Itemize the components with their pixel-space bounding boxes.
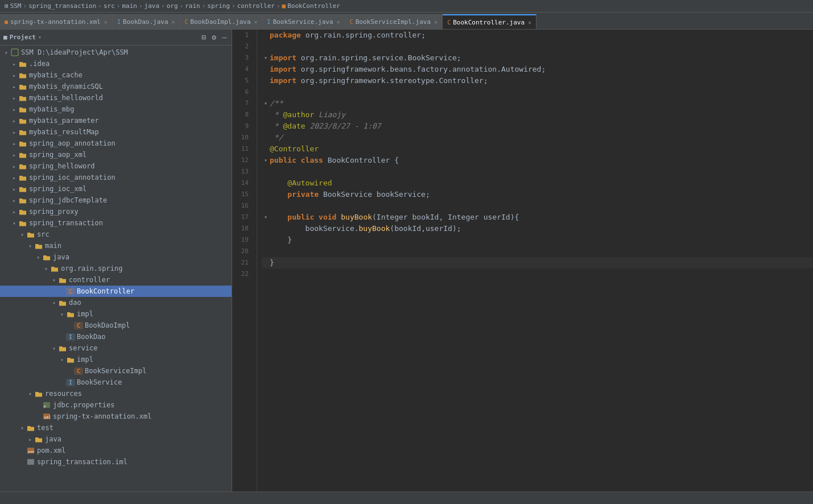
breadcrumb-spring[interactable]: spring [207,2,230,10]
tab-bookdaoimpl[interactable]: C BookDaoImpl.java ✕ [180,14,263,29]
tree-item-spring_jdbctemplate[interactable]: spring_jdbcTemplate [0,195,232,206]
tree-item-org_rain_spring[interactable]: org.rain.spring [0,263,232,274]
tree-item-mybatis_resultmap[interactable]: mybatis_resultMap [0,126,232,138]
breadcrumb-main[interactable]: main [122,2,137,10]
tree-item-controller[interactable]: controller [0,274,232,286]
tab-close-bookdaoimpl[interactable]: ✕ [254,19,258,25]
tree-arrow[interactable] [34,254,42,261]
tree-item-mybatis_helloworld[interactable]: mybatis_helloworld [0,92,232,104]
tree-arrow[interactable] [10,141,18,147]
tab-bookservice[interactable]: I BookService.java ✕ [263,14,345,29]
tree-item-mybatis_dynamicsql[interactable]: mybatis_dynamicSQL [0,81,232,92]
breadcrumb-controller[interactable]: controller [237,2,275,10]
tree-item-mybatis_mbg[interactable]: mybatis_mbg [0,104,232,115]
tree-item-pom_xml[interactable]: pompom.xml [0,445,232,456]
fold-indicator-3[interactable]: ▾ [262,52,270,64]
tab-bookserviceimpl[interactable]: C BookServiceImpl.java ✕ [345,14,443,29]
breadcrumb-rain[interactable]: rain [185,2,200,10]
tree-item-spring_helloword[interactable]: spring_helloword [0,160,232,172]
fold-indicator-12[interactable]: ▾ [262,155,270,166]
tree-item-spring_transaction_iml[interactable]: spring_transaction.iml [0,456,232,468]
tab-close-spring-tx-xml[interactable]: ✕ [104,19,108,25]
tree-item-service[interactable]: service [0,342,232,354]
close-sidebar-icon[interactable]: — [220,32,228,42]
tree-item-ssm[interactable]: SSM D:\ideaProject\Apr\SSM [0,47,232,58]
breadcrumb-org[interactable]: org [167,2,178,10]
tree-arrow[interactable] [26,243,34,249]
tree-item-bookdao_file[interactable]: IBookDao [0,331,232,342]
tree-item-test[interactable]: test [0,422,232,433]
tree-item-impl_service[interactable]: impl [0,354,232,365]
tree-arrow[interactable] [10,209,18,215]
tree-arrow[interactable] [50,345,58,352]
tree-arrow[interactable] [2,49,10,56]
tree-item-idea[interactable]: .idea [0,58,232,69]
collapse-all-icon[interactable]: ⊟ [200,32,208,42]
tree-item-spring_aop_xml[interactable]: spring_aop_xml [0,149,232,160]
tab-close-bookserviceimpl[interactable]: ✕ [434,19,438,25]
fold-indicator-7[interactable]: ▾ [262,98,270,109]
tree-item-label-test_java: java [45,435,61,443]
tree-item-dao[interactable]: dao [0,297,232,308]
tree-item-bookcontroller_file[interactable]: CBookController [0,286,232,297]
chevron-down-icon[interactable]: ▾ [38,34,42,40]
tree-item-mybatis_cache[interactable]: mybatis_cache [0,69,232,81]
code-content[interactable]: package org.rain.spring.controller;▾impo… [257,30,813,491]
tree-item-spring_tx_xml[interactable]: xmlspring-tx-annotation.xml [0,411,232,422]
tree-item-bookserviceimpl_file[interactable]: CBookServiceImpl [0,365,232,377]
tree-item-src[interactable]: src [0,229,232,240]
tab-close-bookservice[interactable]: ✕ [337,19,340,25]
tree-arrow[interactable] [10,186,18,192]
tree-item-bookdaoimpl_file[interactable]: CBookDaoImpl [0,320,232,331]
tab-spring-tx-xml[interactable]: ■ spring-tx-annotation.xml ✕ [0,14,113,29]
tab-bookdao[interactable]: I BookDao.java ✕ [113,14,180,29]
tree-item-spring_proxy[interactable]: spring_proxy [0,206,232,217]
tree-item-spring_ioc_xml[interactable]: spring_ioc_xml [0,183,232,195]
settings-icon[interactable]: ⚙ [210,32,218,42]
tree-arrow[interactable] [10,106,18,113]
fold-indicator-17[interactable]: ▾ [262,212,270,223]
tree-item-java[interactable]: java [0,251,232,263]
tree-arrow[interactable] [10,197,18,204]
tree-item-spring_ioc_annotation[interactable]: spring_ioc_annotation [0,172,232,183]
tree-item-label-spring_jdbctemplate: spring_jdbcTemplate [29,196,107,204]
tree-item-main[interactable]: main [0,240,232,251]
tree-arrow[interactable] [10,129,18,135]
tab-bookcontroller[interactable]: C BookController.java ✕ [443,14,537,29]
tree-item-impl_dao[interactable]: impl [0,308,232,320]
tab-close-bookcontroller[interactable]: ✕ [528,19,531,26]
tree-arrow[interactable] [10,220,18,226]
tree-arrow[interactable] [10,152,18,158]
breadcrumb-ssm[interactable]: SSM [10,2,22,10]
breadcrumb-module[interactable]: spring_transaction [28,2,96,10]
tree-item-mybatis_parameter[interactable]: mybatis_parameter [0,115,232,126]
tree-arrow[interactable] [10,84,18,90]
tree-arrow[interactable] [58,311,66,317]
tree-arrow[interactable] [42,266,50,272]
token: org.rain.spring.service.BookService [301,52,457,64]
breadcrumb-java[interactable]: java [145,2,160,10]
tree-arrow[interactable] [50,300,58,306]
tree-arrow[interactable] [10,175,18,181]
tree-item-spring_aop_annotation[interactable]: spring_aop_annotation [0,138,232,149]
tree-arrow[interactable] [10,163,18,170]
tree-item-resources[interactable]: resources [0,388,232,399]
tree-arrow[interactable] [26,436,34,443]
tree-arrow[interactable] [10,95,18,101]
tree-item-bookservice_file[interactable]: IBookService [0,377,232,388]
tree-arrow[interactable] [10,72,18,79]
breadcrumb-src[interactable]: src [104,2,115,10]
breadcrumb-file[interactable]: ■ [282,2,286,10]
tree-arrow[interactable] [18,232,26,238]
tree-item-jdbc_props[interactable]: pjdbc.properties [0,399,232,411]
tree-item-spring_transaction[interactable]: spring_transaction [0,217,232,229]
tree-arrow[interactable] [50,277,58,283]
tab-close-bookdao[interactable]: ✕ [172,19,175,25]
breadcrumb-filename[interactable]: BookController [287,2,340,10]
tree-arrow[interactable] [58,357,66,363]
tree-arrow[interactable] [10,61,18,67]
tree-arrow[interactable] [18,425,26,431]
tree-arrow[interactable] [26,391,34,397]
tree-item-test_java[interactable]: java [0,433,232,445]
tree-arrow[interactable] [10,118,18,124]
